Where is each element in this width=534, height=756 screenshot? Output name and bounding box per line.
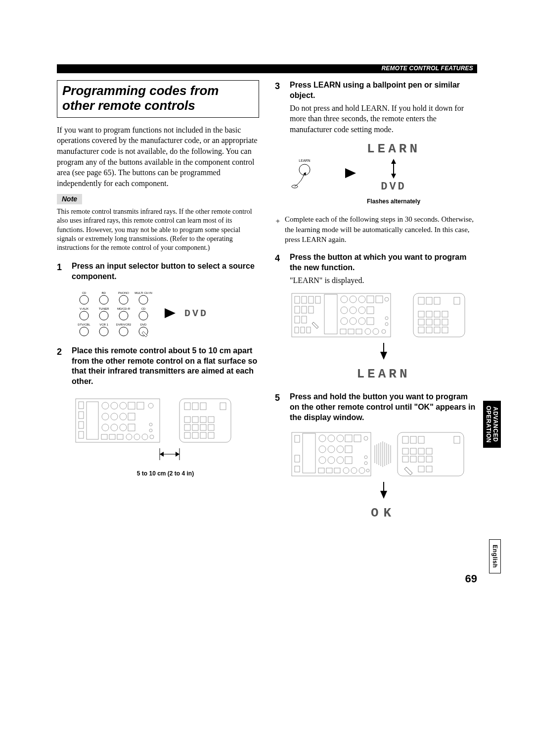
svg-rect-180 [426, 448, 432, 454]
distance-caption: 5 to 10 cm (2 to 4 in) [72, 470, 259, 477]
step-3: 3 Press LEARN using a ballpoint pen or s… [275, 80, 477, 135]
svg-point-116 [373, 329, 379, 334]
svg-rect-184 [426, 456, 432, 462]
left-column: Programming codes from other remote cont… [57, 80, 259, 531]
svg-point-144 [319, 446, 326, 453]
svg-point-98 [350, 307, 356, 314]
svg-point-35 [148, 403, 153, 408]
svg-rect-65 [208, 425, 214, 430]
svg-rect-176 [454, 436, 460, 443]
svg-rect-178 [410, 448, 416, 454]
step-5: 5 Press and hold the button you want to … [275, 392, 477, 425]
svg-rect-119 [418, 297, 424, 304]
svg-point-97 [341, 307, 348, 314]
svg-marker-81 [391, 174, 396, 179]
svg-rect-57 [220, 403, 226, 410]
svg-rect-100 [367, 307, 374, 314]
input-selector-diagram: CD BD PHONO MULTI CH IN V-AUX TUNER MD/C… [72, 290, 156, 337]
svg-rect-173 [402, 436, 408, 443]
svg-rect-177 [402, 448, 408, 454]
svg-rect-34 [137, 402, 144, 409]
svg-point-108 [385, 323, 388, 326]
svg-point-15 [139, 311, 148, 320]
svg-rect-64 [200, 425, 206, 430]
svg-point-161 [359, 468, 365, 473]
side-tab-advanced: ADVANCED OPERATION [483, 401, 501, 448]
svg-rect-85 [309, 296, 313, 303]
svg-rect-68 [200, 432, 206, 438]
svg-rect-125 [434, 311, 440, 317]
right-column: 3 Press LEARN using a ballpoint pen or s… [275, 80, 477, 531]
svg-rect-183 [418, 456, 424, 462]
svg-text:DVR/VCR2: DVR/VCR2 [116, 323, 132, 326]
svg-point-145 [328, 446, 335, 453]
svg-point-7 [139, 295, 148, 304]
svg-point-90 [358, 296, 365, 303]
svg-rect-132 [426, 327, 432, 333]
svg-rect-130 [442, 319, 448, 325]
step-heading: Press an input selector button to select… [72, 261, 259, 282]
svg-point-45 [149, 429, 152, 432]
svg-point-12 [80, 311, 89, 320]
svg-rect-113 [348, 329, 354, 334]
svg-rect-148 [295, 455, 300, 462]
svg-point-30 [102, 402, 109, 409]
svg-point-140 [337, 435, 344, 442]
svg-text:CD: CD [82, 291, 87, 294]
svg-rect-86 [315, 296, 320, 303]
svg-rect-47 [109, 434, 115, 439]
step-text: Do not press and hold LEARN. If you hold… [290, 103, 477, 135]
svg-marker-71 [160, 452, 164, 457]
svg-rect-136 [295, 435, 300, 442]
step-heading: Press the button at which you want to pr… [290, 252, 477, 273]
svg-rect-122 [454, 297, 460, 304]
svg-point-36 [102, 413, 109, 420]
svg-rect-134 [442, 327, 448, 333]
svg-rect-106 [367, 318, 374, 325]
svg-rect-152 [345, 457, 352, 464]
svg-rect-127 [418, 319, 424, 325]
svg-rect-158 [334, 468, 340, 473]
svg-rect-69 [208, 432, 214, 438]
svg-point-13 [99, 311, 108, 320]
page-number: 69 [465, 572, 477, 585]
svg-rect-55 [192, 403, 198, 410]
svg-rect-126 [442, 311, 448, 317]
svg-marker-72 [176, 452, 179, 457]
svg-rect-48 [117, 434, 123, 439]
svg-rect-181 [402, 456, 408, 462]
svg-point-22 [119, 327, 128, 336]
svg-point-117 [382, 330, 386, 333]
svg-rect-135 [292, 432, 371, 476]
svg-rect-91 [367, 296, 374, 303]
svg-rect-142 [354, 435, 361, 442]
svg-text:CD: CD [141, 307, 146, 310]
svg-rect-95 [302, 306, 307, 313]
svg-point-88 [341, 296, 348, 303]
svg-rect-133 [434, 327, 440, 333]
step-number: 2 [57, 346, 72, 389]
svg-point-42 [120, 424, 127, 431]
hint-block: Complete each of the following steps in … [275, 214, 477, 244]
svg-point-115 [365, 329, 371, 334]
svg-point-143 [364, 436, 368, 440]
svg-rect-83 [295, 296, 300, 303]
svg-rect-101 [295, 316, 300, 323]
note-label: Note [57, 194, 82, 204]
svg-rect-94 [295, 306, 300, 313]
svg-text:BD: BD [102, 291, 106, 294]
svg-rect-84 [302, 296, 307, 303]
step-text: "LEARN" is displayed. [290, 275, 477, 286]
svg-rect-59 [192, 417, 198, 423]
learn-button-diagram: LEARN [290, 156, 334, 190]
svg-point-160 [351, 468, 357, 473]
svg-point-38 [120, 413, 127, 420]
side-tab-english: English [489, 539, 501, 573]
svg-point-151 [337, 457, 344, 464]
svg-rect-112 [340, 329, 346, 334]
svg-rect-111 [307, 327, 311, 333]
svg-point-104 [350, 318, 356, 325]
svg-text:PHONO: PHONO [118, 291, 129, 294]
svg-rect-120 [426, 297, 432, 304]
step3-illustration: LEARN LEARN DVD [290, 141, 477, 205]
